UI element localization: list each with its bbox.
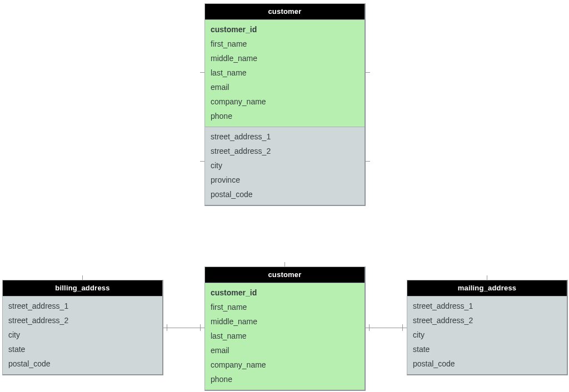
entity-title: customer (205, 267, 365, 283)
entity-billing-address: billing_address street_address_1 street_… (2, 280, 163, 375)
entity-section-secondary: street_address_1 street_address_2 city p… (205, 127, 365, 205)
field-last-name: last_name (205, 329, 365, 343)
field-customer-id: customer_id (205, 285, 365, 300)
field-city: city (407, 328, 567, 342)
connector-tick (167, 324, 167, 331)
connector-tick (369, 324, 370, 331)
field-street1: street_address_1 (407, 299, 567, 313)
field-email: email (205, 80, 365, 94)
entity-section-primary: customer_id first_name middle_name last_… (205, 283, 365, 390)
connector-tick (82, 275, 83, 280)
connector-line (366, 72, 370, 73)
entity-title: billing_address (3, 280, 162, 296)
field-postal-code: postal_code (407, 356, 567, 371)
field-city: city (3, 328, 162, 342)
field-street2: street_address_2 (3, 313, 162, 328)
er-diagram: customer customer_id first_name middle_n… (0, 0, 569, 392)
connector-line (200, 161, 204, 162)
connector-line (163, 328, 204, 328)
field-street1: street_address_1 (205, 129, 365, 144)
field-state: state (3, 342, 162, 356)
field-province: province (205, 173, 365, 187)
field-street2: street_address_2 (407, 313, 567, 328)
entity-section: street_address_1 street_address_2 city s… (407, 296, 567, 374)
field-first-name: first_name (205, 37, 365, 51)
field-customer-id: customer_id (205, 22, 365, 37)
entity-section-primary: customer_id first_name middle_name last_… (205, 20, 365, 127)
connector-tick (487, 275, 487, 280)
field-middle-name: middle_name (205, 314, 365, 329)
entity-customer-bottom: customer customer_id first_name middle_n… (204, 267, 366, 391)
field-email: email (205, 343, 365, 358)
entity-title: customer (205, 4, 365, 20)
field-first-name: first_name (205, 300, 365, 314)
field-company-name: company_name (205, 358, 365, 372)
connector-line (366, 328, 407, 328)
field-street2: street_address_2 (205, 144, 365, 158)
entity-mailing-address: mailing_address street_address_1 street_… (407, 280, 568, 375)
connector-tick (284, 262, 285, 267)
entity-section: street_address_1 street_address_2 city s… (3, 296, 162, 374)
field-phone: phone (205, 109, 365, 123)
entity-title: mailing_address (407, 280, 567, 296)
field-city: city (205, 158, 365, 173)
field-last-name: last_name (205, 66, 365, 80)
connector-tick (402, 324, 403, 331)
connector-line (366, 161, 370, 162)
entity-customer-top: customer customer_id first_name middle_n… (204, 3, 366, 206)
field-middle-name: middle_name (205, 51, 365, 66)
field-state: state (407, 342, 567, 356)
field-postal-code: postal_code (205, 187, 365, 202)
field-postal-code: postal_code (3, 356, 162, 371)
connector-tick (200, 324, 201, 331)
field-company-name: company_name (205, 94, 365, 109)
field-street1: street_address_1 (3, 299, 162, 313)
connector-line (200, 72, 204, 73)
field-phone: phone (205, 372, 365, 386)
